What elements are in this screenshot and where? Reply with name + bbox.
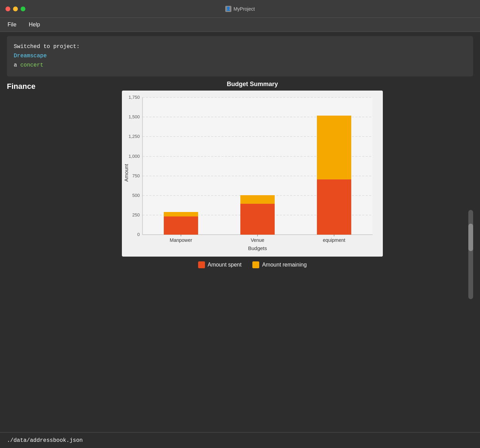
menu-file[interactable]: File bbox=[5, 20, 19, 29]
chart-legend: Amount spent Amount remaining bbox=[198, 261, 307, 268]
finance-label: Finance bbox=[7, 81, 34, 429]
svg-text:250: 250 bbox=[132, 212, 140, 217]
svg-text:1,250: 1,250 bbox=[128, 134, 140, 139]
venue-spent-bar bbox=[240, 204, 275, 235]
legend-remaining-swatch bbox=[252, 261, 259, 268]
svg-text:500: 500 bbox=[132, 193, 140, 198]
svg-text:equipment: equipment bbox=[323, 237, 345, 243]
terminal-output: Switched to project: Dreamscape a concer… bbox=[7, 36, 473, 76]
legend-spent: Amount spent bbox=[198, 261, 242, 268]
terminal-line-1: Switched to project: bbox=[14, 42, 466, 51]
svg-text:1,000: 1,000 bbox=[128, 154, 140, 159]
close-button[interactable] bbox=[5, 7, 10, 11]
manpower-spent-bar bbox=[164, 216, 198, 235]
menu-help[interactable]: Help bbox=[27, 20, 42, 29]
statusbar: ./data/addressbook.json bbox=[0, 432, 480, 448]
equipment-remaining-bar bbox=[317, 116, 351, 179]
title-text: MyProject bbox=[233, 6, 255, 12]
statusbar-text: ./data/addressbook.json bbox=[7, 437, 83, 444]
scrollbar-thumb[interactable] bbox=[468, 224, 473, 251]
equipment-spent-bar bbox=[317, 179, 351, 235]
window-title: 👤 MyProject bbox=[225, 6, 255, 12]
legend-spent-swatch bbox=[198, 261, 205, 268]
legend-remaining-label: Amount remaining bbox=[262, 262, 307, 268]
svg-text:750: 750 bbox=[132, 173, 140, 178]
svg-text:0: 0 bbox=[137, 232, 140, 237]
maximize-button[interactable] bbox=[21, 7, 25, 11]
app-icon: 👤 bbox=[225, 6, 231, 12]
svg-text:Amount: Amount bbox=[123, 164, 129, 182]
legend-spent-label: Amount spent bbox=[208, 262, 242, 268]
menubar-divider bbox=[0, 32, 480, 32]
titlebar: 👤 MyProject bbox=[0, 0, 480, 18]
minimize-button[interactable] bbox=[13, 7, 18, 11]
venue-remaining-bar bbox=[240, 195, 275, 204]
terminal-line-3: a concert bbox=[14, 61, 466, 70]
svg-text:Manpower: Manpower bbox=[170, 237, 192, 243]
scrollbar[interactable] bbox=[468, 210, 473, 299]
menubar: File Help bbox=[0, 18, 480, 32]
chart-title: Budget Summary bbox=[227, 81, 278, 88]
budget-chart: 0 250 500 750 1,000 1,250 1,500 1,750 Am… bbox=[122, 91, 383, 257]
terminal-line-2: Dreamscape bbox=[14, 51, 466, 61]
window-controls[interactable] bbox=[5, 7, 25, 11]
legend-remaining: Amount remaining bbox=[252, 261, 307, 268]
svg-text:1,500: 1,500 bbox=[128, 114, 140, 119]
svg-text:Budgets: Budgets bbox=[248, 245, 267, 251]
svg-text:Venue: Venue bbox=[251, 237, 264, 243]
main-content: Finance Budget Summary bbox=[0, 81, 480, 432]
svg-text:1,750: 1,750 bbox=[128, 95, 140, 100]
chart-container: Budget Summary 0 bbox=[40, 81, 465, 429]
manpower-remaining-bar bbox=[164, 212, 198, 216]
